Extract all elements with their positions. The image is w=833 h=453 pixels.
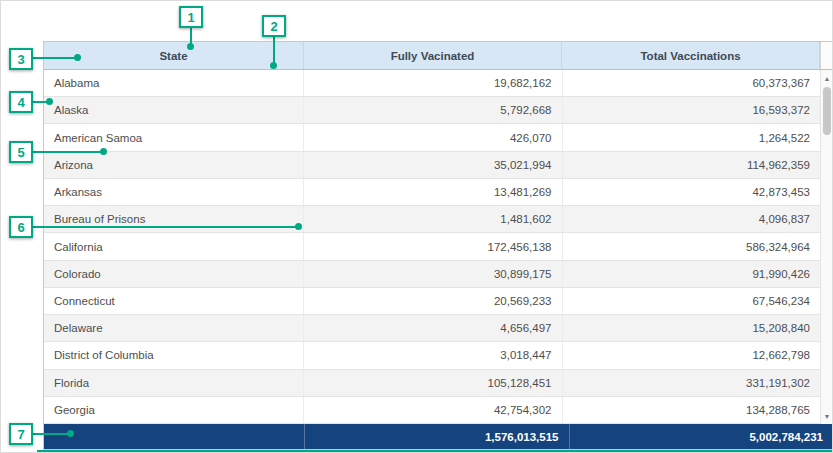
state-cell: Delaware: [44, 315, 304, 341]
fully-vaccinated-cell: 426,070: [304, 124, 563, 150]
state-cell: Alabama: [44, 70, 304, 96]
table-row[interactable]: American Samoa 426,070 1,264,522: [44, 124, 820, 151]
scroll-down-icon[interactable]: ▼: [821, 409, 833, 423]
table-row[interactable]: Connecticut 20,569,233 67,546,234: [44, 288, 820, 315]
total-vaccinations-cell: 134,288,765: [563, 397, 821, 423]
header-scrollbar-corner: [820, 42, 833, 69]
table-rows: Alabama 19,682,162 60,373,367 Alaska 5,7…: [44, 70, 820, 424]
total-vaccinations-cell: 91,990,426: [563, 261, 821, 287]
scrollbar-thumb[interactable]: [823, 87, 831, 135]
table-row[interactable]: District of Columbia 3,018,447 12,662,79…: [44, 342, 820, 369]
callout-5-dot: [100, 148, 107, 155]
totals-row: 1,576,013,515 5,002,784,231: [44, 424, 833, 449]
fully-vaccinated-cell: 13,481,269: [304, 179, 563, 205]
fully-vaccinated-cell: 42,754,302: [304, 397, 563, 423]
column-header-total-vaccinations[interactable]: Total Vaccinations: [562, 42, 820, 69]
totals-fully-vaccinated-cell: 1,576,013,515: [304, 424, 569, 449]
state-cell: Georgia: [44, 397, 304, 423]
column-header-state[interactable]: State: [44, 42, 304, 69]
totals-state-cell: [44, 424, 304, 449]
state-cell: Bureau of Prisons: [44, 206, 304, 232]
table-header-row: State Fully Vacinated Total Vaccinations: [44, 42, 833, 70]
callout-6-badge: 6: [9, 216, 33, 238]
total-vaccinations-cell: 586,324,964: [563, 233, 821, 259]
table-row[interactable]: Florida 105,128,451 331,191,302: [44, 370, 820, 397]
total-vaccinations-cell: 4,096,837: [563, 206, 821, 232]
callout-2-line: [273, 37, 275, 64]
state-cell: Arkansas: [44, 179, 304, 205]
scroll-up-icon[interactable]: ▲: [821, 71, 833, 85]
total-vaccinations-cell: 67,546,234: [563, 288, 821, 314]
table-row[interactable]: Delaware 4,656,497 15,208,840: [44, 315, 820, 342]
callout-4-badge: 4: [9, 91, 33, 113]
state-cell: Alaska: [44, 97, 304, 123]
callout-7-badge: 7: [9, 423, 33, 445]
fully-vaccinated-cell: 1,481,602: [304, 206, 563, 232]
callout-4-line: [31, 101, 47, 103]
callout-3-line: [31, 57, 75, 59]
column-header-fully-vaccinated[interactable]: Fully Vacinated: [304, 42, 562, 69]
total-vaccinations-cell: 42,873,453: [563, 179, 821, 205]
callout-6-dot: [295, 223, 302, 230]
fully-vaccinated-cell: 172,456,138: [304, 233, 563, 259]
table-row[interactable]: Alaska 5,792,668 16,593,372: [44, 97, 820, 124]
screenshot-root: State Fully Vacinated Total Vaccinations…: [0, 0, 833, 453]
callout-2-badge: 2: [262, 15, 286, 37]
callout-7-dot: [67, 430, 74, 437]
state-cell: District of Columbia: [44, 342, 304, 368]
state-cell: Colorado: [44, 261, 304, 287]
total-vaccinations-cell: 15,208,840: [563, 315, 821, 341]
total-vaccinations-cell: 16,593,372: [563, 97, 821, 123]
attribute-table: State Fully Vacinated Total Vaccinations…: [43, 41, 833, 450]
table-row[interactable]: Colorado 30,899,175 91,990,426: [44, 261, 820, 288]
callout-1-dot: [187, 43, 194, 50]
table-body: Alabama 19,682,162 60,373,367 Alaska 5,7…: [44, 70, 833, 424]
callout-5-line: [31, 151, 101, 153]
total-vaccinations-cell: 331,191,302: [563, 370, 821, 396]
callout-4-dot: [46, 98, 53, 105]
fully-vaccinated-cell: 30,899,175: [304, 261, 563, 287]
callout-7-line: [31, 433, 68, 435]
fully-vaccinated-cell: 19,682,162: [304, 70, 563, 96]
state-cell: Arizona: [44, 152, 304, 178]
total-vaccinations-cell: 12,662,798: [563, 342, 821, 368]
callout-3-dot: [74, 54, 81, 61]
table-row[interactable]: California 172,456,138 586,324,964: [44, 233, 820, 260]
callout-7-underline: [37, 450, 833, 452]
state-cell: American Samoa: [44, 124, 304, 150]
state-cell: California: [44, 233, 304, 259]
callout-2-dot: [270, 62, 277, 69]
table-row[interactable]: Arkansas 13,481,269 42,873,453: [44, 179, 820, 206]
fully-vaccinated-cell: 4,656,497: [304, 315, 563, 341]
fully-vaccinated-cell: 35,021,994: [304, 152, 563, 178]
fully-vaccinated-cell: 5,792,668: [304, 97, 563, 123]
table-row[interactable]: Georgia 42,754,302 134,288,765: [44, 397, 820, 424]
state-cell: Florida: [44, 370, 304, 396]
table-row[interactable]: Arizona 35,021,994 114,962,359: [44, 152, 820, 179]
totals-total-vaccinations-cell: 5,002,784,231: [569, 424, 833, 449]
total-vaccinations-cell: 114,962,359: [563, 152, 821, 178]
callout-1-badge: 1: [179, 6, 203, 28]
total-vaccinations-cell: 60,373,367: [563, 70, 821, 96]
fully-vaccinated-cell: 20,569,233: [304, 288, 563, 314]
table-row[interactable]: Alabama 19,682,162 60,373,367: [44, 70, 820, 97]
callout-5-badge: 5: [9, 141, 33, 163]
fully-vaccinated-cell: 105,128,451: [304, 370, 563, 396]
table-row[interactable]: Bureau of Prisons 1,481,602 4,096,837: [44, 206, 820, 233]
vertical-scrollbar[interactable]: ▲ ▼: [820, 70, 833, 424]
callout-6-line: [31, 226, 296, 228]
state-cell: Connecticut: [44, 288, 304, 314]
total-vaccinations-cell: 1,264,522: [563, 124, 821, 150]
callout-3-badge: 3: [9, 48, 33, 70]
fully-vaccinated-cell: 3,018,447: [304, 342, 563, 368]
